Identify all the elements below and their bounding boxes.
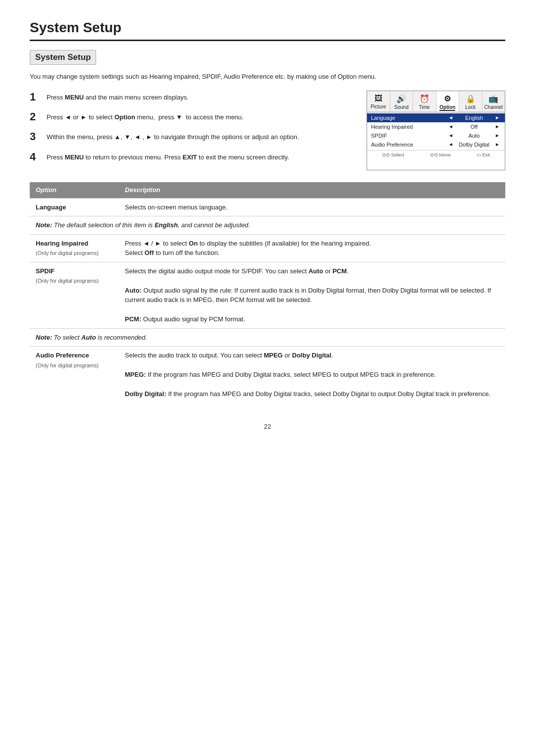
row-spdif-value: Auto (454, 133, 494, 139)
row-hearing-right: ► (494, 124, 501, 129)
tab-sound-label: Sound (394, 104, 409, 110)
col-option-header: Option (30, 182, 119, 198)
table-row: Hearing Impaired (Only for digital progr… (30, 234, 505, 262)
step-3-text: Within the menu, press ▲, ▼, ◄ , ► to na… (47, 130, 299, 143)
row-hearing-value: Off (454, 124, 494, 130)
tab-picture: 🖼 Picture (367, 91, 390, 112)
row-spdif-left: ◄ (447, 133, 454, 138)
table-note-row-language: Note: The default selection of this item… (30, 216, 505, 235)
tv-menu-footer: ⊙⊙ Select ⊙⊙ Move ▭ Exit (367, 150, 505, 159)
row-spdif-right: ► (494, 133, 501, 138)
table-row: SPDIF (Only for digital programs) Select… (30, 262, 505, 328)
option-spdif: SPDIF (Only for digital programs) (30, 262, 119, 328)
sound-icon: 🔊 (391, 94, 412, 103)
time-icon: ⏰ (414, 94, 435, 103)
row-audiopref-right: ► (494, 142, 501, 147)
tab-time: ⏰ Time (413, 91, 436, 112)
step-4-text: Press MENU to return to previous menu. P… (47, 151, 289, 163)
page-number: 22 (30, 423, 505, 430)
desc-language: Selects on-screen menus language. (119, 198, 505, 216)
steps-area: 1 Press MENU and the main menu screen di… (30, 91, 352, 171)
row-language-right: ► (494, 115, 501, 120)
option-hearing: Hearing Impaired (Only for digital progr… (30, 234, 119, 262)
menu-row-spdif: SPDIF ◄ Auto ► (367, 131, 505, 140)
step-1: 1 Press MENU and the main menu screen di… (30, 91, 352, 103)
menu-row-hearing: Hearing Impaired ◄ Off ► (367, 122, 505, 131)
step-4: 4 Press MENU to return to previous menu.… (30, 151, 352, 163)
intro-text: You may change system settings such as H… (30, 72, 505, 82)
desc-spdif: Selects the digital audio output mode fo… (119, 262, 505, 328)
tab-channel-label: Channel (484, 104, 503, 110)
row-audiopref-label: Audio Preference (371, 142, 447, 148)
table-note-row-spdif: Note: To select Auto is recommended. (30, 328, 505, 347)
footer-exit: ▭ Exit (477, 152, 490, 157)
option-audio-preference: Audio Preference (Only for digital progr… (30, 347, 119, 403)
row-spdif-label: SPDIF (371, 133, 447, 139)
row-audiopref-value: Dolby Digital (454, 142, 494, 148)
page-title: System Setup (30, 20, 505, 41)
note-language: Note: The default selection of this item… (30, 216, 505, 235)
step-2-num: 2 (30, 110, 41, 123)
step-1-text: Press MENU and the main menu screen disp… (47, 91, 189, 103)
desc-hearing: Press ◄ / ► to select On to display the … (119, 234, 505, 262)
row-language-label: Language (371, 115, 447, 121)
row-hearing-left: ◄ (447, 124, 454, 129)
section-title: System Setup (30, 50, 96, 65)
step-4-num: 4 (30, 151, 41, 163)
tab-option: ⚙ Option (436, 91, 460, 112)
step-3: 3 Within the menu, press ▲, ▼, ◄ , ► to … (30, 130, 352, 143)
table-row: Language Selects on-screen menus languag… (30, 198, 505, 216)
options-table: Option Description Language Selects on-s… (30, 182, 505, 403)
row-hearing-label: Hearing Impaired (371, 124, 447, 130)
tab-option-label: Option (439, 104, 455, 111)
note-spdif: Note: To select Auto is recommended. (30, 328, 505, 347)
tv-menu-tabs: 🖼 Picture 🔊 Sound ⏰ Time ⚙ Option 🔒 Lock… (367, 91, 505, 112)
step-3-num: 3 (30, 130, 41, 143)
footer-move: ⊙⊙ Move (430, 152, 451, 157)
footer-select: ⊙⊙ Select (382, 152, 404, 157)
row-audiopref-left: ◄ (447, 142, 454, 147)
step-2: 2 Press ◄ or ► to select Option menu, pr… (30, 110, 352, 123)
row-language-left: ◄ (447, 115, 454, 120)
menu-row-audio-pref: Audio Preference ◄ Dolby Digital ► (367, 140, 505, 149)
desc-audio-preference: Selects the audio track to output. You c… (119, 347, 505, 403)
menu-row-language: Language ◄ English ► (367, 113, 505, 122)
option-language: Language (30, 198, 119, 216)
channel-icon: 📺 (483, 94, 504, 103)
option-icon: ⚙ (437, 94, 458, 103)
step-2-text: Press ◄ or ► to select Option menu, pres… (47, 110, 244, 123)
tab-lock: 🔒 Lock (459, 91, 482, 112)
step-1-num: 1 (30, 91, 41, 103)
col-desc-header: Description (119, 182, 505, 198)
tab-sound: 🔊 Sound (390, 91, 414, 112)
tab-channel: 📺 Channel (482, 91, 505, 112)
tab-time-label: Time (419, 104, 430, 110)
picture-icon: 🖼 (368, 94, 389, 103)
tv-menu-rows: Language ◄ English ► Hearing Impaired ◄ … (367, 112, 505, 150)
row-language-value: English (454, 115, 494, 121)
table-row: Audio Preference (Only for digital progr… (30, 347, 505, 403)
table-header-row: Option Description (30, 182, 505, 198)
lock-icon: 🔒 (460, 94, 481, 103)
tv-menu: 🖼 Picture 🔊 Sound ⏰ Time ⚙ Option 🔒 Lock… (367, 91, 505, 171)
tab-lock-label: Lock (465, 104, 476, 110)
tab-picture-label: Picture (371, 104, 386, 109)
